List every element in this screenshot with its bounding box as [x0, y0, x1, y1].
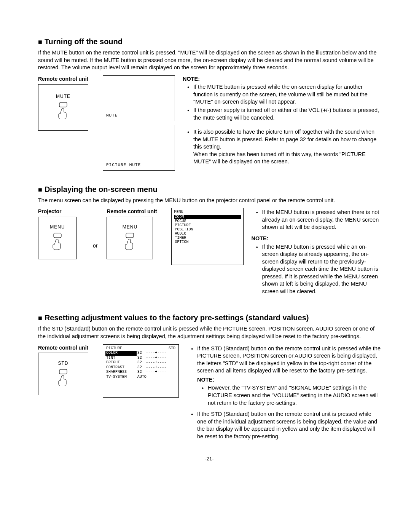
screen-picture-mute-caption: PICTURE MUTE [106, 162, 172, 168]
remote-label: Remote control unit [38, 75, 95, 83]
svg-rect-0 [59, 102, 67, 107]
svg-rect-1 [54, 233, 61, 238]
section2-intro: The menu screen can be displayed by pres… [38, 197, 381, 204]
screen-picture-mute: PICTURE MUTE [103, 125, 175, 171]
hand-press-icon [56, 102, 71, 121]
picture-row-name: CONTRAST [105, 365, 137, 370]
note-item: It is also possible to have the picture … [189, 128, 381, 166]
sub-note-item: However, the "TV-SYSTEM" and "SIGNAL MOD… [203, 384, 381, 407]
menu-osd: MENU ZOOM FOCUS PICTURE POSITION AUDIO T… [171, 208, 244, 265]
projector-label: Projector [38, 208, 84, 215]
picture-row-name: TV-SYSTEM [105, 375, 137, 380]
remote-label3: Remote control unit [38, 344, 95, 351]
menu-item: POSITION [174, 227, 241, 232]
menu-item: FOCUS [174, 219, 241, 223]
note-title3: NOTE: [197, 376, 381, 384]
hand-press-icon [50, 232, 65, 252]
picture-row-name: SHARPNESS [105, 370, 137, 375]
section1-heading: ■Turning off the sound [38, 37, 381, 47]
section3-notes: If the STD (Standard) button on the remo… [186, 344, 381, 444]
remote-std-box: STD [38, 353, 88, 395]
remote-menu-box: MENU [107, 217, 153, 259]
page-number: -21- [38, 455, 381, 462]
projector-menu-box: MENU [38, 217, 77, 259]
screen-mute: MUTE [103, 75, 175, 121]
picture-row-name: BRIGHT [105, 360, 137, 365]
note-item: If the STD (Standard) button on the remo… [193, 411, 381, 440]
svg-rect-2 [126, 233, 134, 238]
picture-osd: PICTURESTD COLOR32----+---- TINT32----+-… [103, 344, 179, 398]
note-item: If the MENU button is pressed while an o… [257, 243, 381, 296]
menu-item: TIMER [174, 236, 241, 240]
note-item: If the MUTE button is pressed while the … [189, 83, 381, 106]
section3-heading: ■Resetting adjustment values to the fact… [38, 313, 381, 323]
note-item: If the MENU button is pressed when there… [257, 209, 381, 231]
menu-item: ZOOM [174, 215, 241, 219]
hand-press-icon [56, 369, 71, 388]
picture-row-name: COLOR [105, 351, 137, 356]
or-text: or [93, 242, 97, 249]
menu-button-label: MENU [50, 224, 65, 230]
section2-notes: If the MENU button is pressed when there… [251, 208, 381, 299]
note-item: If the power supply is turned off or eit… [189, 107, 381, 121]
hand-press-icon [122, 232, 137, 252]
picture-row-name: TINT [105, 356, 137, 361]
svg-rect-3 [59, 369, 67, 374]
note-item: If the STD (Standard) button on the remo… [193, 345, 381, 407]
screen-mute-caption: MUTE [106, 113, 172, 118]
section1-notes: NOTE: If the MUTE button is pressed whil… [183, 75, 381, 169]
remote-mute-box: MUTE [38, 84, 88, 131]
note-title: NOTE: [183, 75, 381, 83]
std-button-label: STD [58, 360, 68, 366]
mute-button-label: MUTE [56, 93, 70, 99]
menu-header: MENU [174, 210, 241, 214]
menu-button-label2: MENU [123, 224, 137, 230]
picture-std: STD [145, 346, 176, 351]
remote-label2: Remote control unit [107, 208, 164, 215]
section2-heading: ■Displaying the on-screen menu [38, 184, 381, 195]
menu-item: PICTURE [174, 223, 241, 227]
section3-intro: If the STD (Standard) button on the remo… [38, 325, 381, 340]
section1-intro: If the MUTE button on the remote control… [38, 49, 381, 72]
picture-header: PICTURE [105, 346, 137, 351]
note-title2: NOTE: [251, 235, 381, 243]
menu-item: AUDIO [174, 232, 241, 236]
menu-item: OPTION [174, 240, 241, 244]
